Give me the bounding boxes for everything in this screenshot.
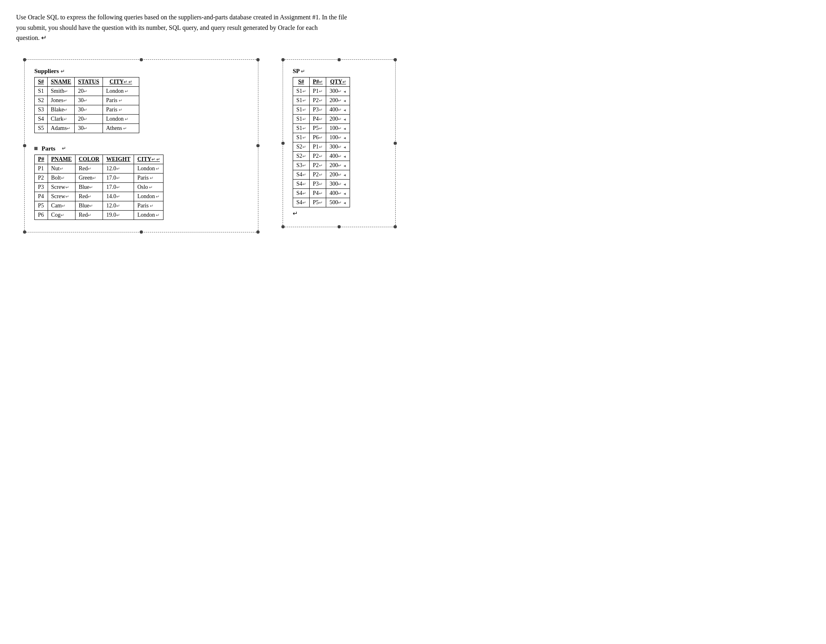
table-row: S4↵P2↵200↵◄ xyxy=(293,170,350,179)
table-row: S3↵P2↵200↵◄ xyxy=(293,161,350,170)
table-row: S1↵P2↵200↵◄ xyxy=(293,96,350,105)
table-cell: 400↵◄ xyxy=(326,151,350,161)
table-row: S4↵P5↵500↵◄ xyxy=(293,198,350,207)
table-row: S2Jones↵30↵Paris ↵ xyxy=(35,96,139,105)
table-cell: P4 xyxy=(35,192,48,201)
sp-col-p: P#↵ xyxy=(309,77,326,86)
intro-paragraph: Use Oracle SQL to express the following … xyxy=(16,12,347,43)
table-cell: London ↵ xyxy=(134,164,164,173)
sp-table: S# P#↵ QTY↵ S1↵P1↵300↵◄S1↵P2↵200↵◄S1↵P3↵… xyxy=(293,77,350,207)
table-cell: 300↵◄ xyxy=(326,179,350,188)
table-cell: 100↵◄ xyxy=(326,133,350,142)
table-cell: 400↵◄ xyxy=(326,188,350,198)
table-cell: S2↵ xyxy=(293,151,310,161)
suppliers-col-s: S# xyxy=(35,77,48,86)
table-cell: P4↵ xyxy=(309,114,326,123)
table-cell: 12.0↵ xyxy=(103,201,134,210)
sp-dot-bm xyxy=(338,225,341,228)
table-row: S4Clark↵20↵London ↵ xyxy=(35,114,139,123)
table-cell: Nut↵ xyxy=(48,164,75,173)
table-cell: P5↵ xyxy=(309,198,326,207)
table-row: S1↵P3↵400↵◄ xyxy=(293,105,350,114)
table-cell: Adams↵ xyxy=(47,123,75,133)
table-row: P4Screw↵Red↵14.0↵London ↵ xyxy=(35,192,164,201)
sp-dot-tm xyxy=(338,58,341,61)
sp-footer-arrow: ↵ xyxy=(293,210,386,217)
diagram-area: Suppliers ↵ S# SNAME STATUS CITY↵ ↵ S1Sm… xyxy=(24,59,810,232)
table-cell: London ↵ xyxy=(134,210,164,220)
table-row: S1↵P6↵100↵◄ xyxy=(293,133,350,142)
table-cell: S4↵ xyxy=(293,170,310,179)
table-cell: Oslo ↵ xyxy=(134,182,164,192)
parts-section: Parts ↵ P# PNAME COLOR WEIGHT CITY↵ ↵ P1… xyxy=(34,145,248,220)
table-cell: S4 xyxy=(35,114,48,123)
table-cell: Paris ↵ xyxy=(103,105,139,114)
table-cell: S1↵ xyxy=(293,86,310,96)
table-cell: Cog↵ xyxy=(48,210,75,220)
sp-schema-box: SP ↵ S# P#↵ QTY↵ S1↵P1↵300↵◄S1↵P2↵200↵◄S… xyxy=(283,59,396,227)
table-cell: P3↵ xyxy=(309,179,326,188)
table-cell: 200↵◄ xyxy=(326,170,350,179)
table-cell: 30↵ xyxy=(75,96,103,105)
table-cell: 30↵ xyxy=(75,105,103,114)
parts-square-icon xyxy=(34,147,38,150)
table-cell: S1↵ xyxy=(293,114,310,123)
dot-mr xyxy=(256,144,260,147)
table-cell: London ↵ xyxy=(103,114,139,123)
table-cell: 17.0↵ xyxy=(103,173,134,182)
table-cell: P2↵ xyxy=(309,151,326,161)
table-cell: Clark↵ xyxy=(47,114,75,123)
table-cell: 300↵◄ xyxy=(326,142,350,151)
table-row: S1Smith↵20↵London ↵ xyxy=(35,86,139,96)
table-cell: P1↵ xyxy=(309,86,326,96)
table-cell: 14.0↵ xyxy=(103,192,134,201)
table-row: S4↵P3↵300↵◄ xyxy=(293,179,350,188)
suppliers-col-sname: SNAME xyxy=(47,77,75,86)
table-cell: 19.0↵ xyxy=(103,210,134,220)
table-cell: Smith↵ xyxy=(47,86,75,96)
dot-ml xyxy=(23,144,26,147)
table-row: S1↵P4↵200↵◄ xyxy=(293,114,350,123)
parts-title: Parts ↵ xyxy=(34,145,248,152)
table-cell: P2 xyxy=(35,173,48,182)
table-cell: Paris ↵ xyxy=(103,96,139,105)
table-cell: Jones↵ xyxy=(47,96,75,105)
table-cell: S4↵ xyxy=(293,179,310,188)
table-row: S2↵P1↵300↵◄ xyxy=(293,142,350,151)
table-cell: Paris ↵ xyxy=(134,173,164,182)
suppliers-col-status: STATUS xyxy=(75,77,103,86)
table-cell: Green↵ xyxy=(75,173,103,182)
parts-col-city: CITY↵ ↵ xyxy=(134,155,164,164)
table-cell: S3 xyxy=(35,105,48,114)
parts-col-pname: PNAME xyxy=(48,155,75,164)
table-cell: 500↵◄ xyxy=(326,198,350,207)
suppliers-header-row: S# SNAME STATUS CITY↵ ↵ xyxy=(35,77,139,86)
table-cell: P3 xyxy=(35,182,48,192)
sp-dot-ml xyxy=(281,142,285,145)
table-cell: Red↵ xyxy=(75,210,103,220)
table-row: S1↵P5↵100↵◄ xyxy=(293,123,350,133)
suppliers-title: Suppliers ↵ xyxy=(34,68,248,75)
sp-title: SP ↵ xyxy=(293,68,386,75)
sp-dot-tl xyxy=(281,58,285,61)
table-cell: P5 xyxy=(35,201,48,210)
table-cell: Blake↵ xyxy=(47,105,75,114)
table-cell: London ↵ xyxy=(134,192,164,201)
table-cell: 400↵◄ xyxy=(326,105,350,114)
dot-tm xyxy=(140,58,143,61)
table-cell: P6 xyxy=(35,210,48,220)
table-cell: 20↵ xyxy=(75,86,103,96)
table-row: P2Bolt↵Green↵17.0↵Paris ↵ xyxy=(35,173,164,182)
parts-header-row: P# PNAME COLOR WEIGHT CITY↵ ↵ xyxy=(35,155,164,164)
table-cell: Blue↵ xyxy=(75,182,103,192)
left-schema-box: Suppliers ↵ S# SNAME STATUS CITY↵ ↵ S1Sm… xyxy=(24,59,258,232)
table-cell: P1 xyxy=(35,164,48,173)
table-cell: Paris ↵ xyxy=(134,201,164,210)
suppliers-col-city: CITY↵ ↵ xyxy=(103,77,139,86)
table-cell: P1↵ xyxy=(309,142,326,151)
sp-col-s: S# xyxy=(293,77,310,86)
table-cell: Athens ↵ xyxy=(103,123,139,133)
table-cell: 100↵◄ xyxy=(326,123,350,133)
table-row: S5Adams↵30↵Athens ↵ xyxy=(35,123,139,133)
suppliers-section: Suppliers ↵ S# SNAME STATUS CITY↵ ↵ S1Sm… xyxy=(34,68,248,133)
